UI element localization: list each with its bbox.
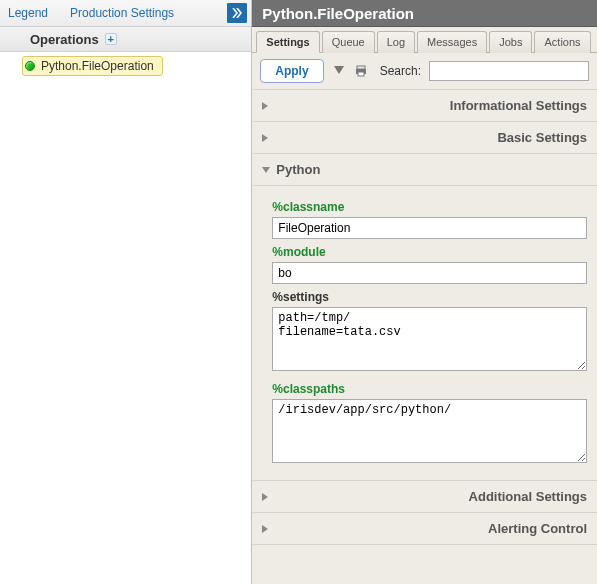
- status-dot-icon: [25, 61, 35, 71]
- page-title: Python.FileOperation: [252, 0, 597, 27]
- tab-queue[interactable]: Queue: [322, 31, 375, 53]
- left-toolbar: Legend Production Settings: [0, 0, 251, 27]
- print-icon[interactable]: [354, 64, 368, 78]
- settings-toolbar: Apply Search:: [252, 53, 597, 90]
- filter-icon[interactable]: [332, 64, 346, 78]
- add-operation-button[interactable]: +: [105, 33, 117, 45]
- chevron-right-icon: [262, 134, 491, 142]
- module-label: %module: [272, 245, 587, 259]
- module-input[interactable]: [272, 262, 587, 284]
- tab-log[interactable]: Log: [377, 31, 415, 53]
- operations-title: Operations: [30, 32, 99, 47]
- section-label: Python: [276, 162, 320, 177]
- chevron-right-icon: [262, 102, 443, 110]
- section-python[interactable]: Python: [252, 154, 597, 186]
- classpaths-textarea[interactable]: [272, 399, 587, 463]
- svg-rect-2: [358, 72, 364, 76]
- settings-sections: Informational Settings Basic Settings Py…: [252, 90, 597, 584]
- section-label: Basic Settings: [497, 130, 587, 145]
- section-label: Informational Settings: [450, 98, 587, 113]
- production-settings-link[interactable]: Production Settings: [70, 6, 174, 20]
- tab-settings[interactable]: Settings: [256, 31, 319, 53]
- legend-link[interactable]: Legend: [8, 6, 48, 20]
- operations-header: Operations +: [0, 27, 251, 52]
- chevron-right-icon: [232, 8, 242, 18]
- tree-item-label: Python.FileOperation: [41, 59, 154, 73]
- operations-tree: Python.FileOperation: [0, 52, 251, 584]
- section-informational[interactable]: Informational Settings: [252, 90, 597, 122]
- section-label: Alerting Control: [488, 521, 587, 536]
- collapse-panel-button[interactable]: [227, 3, 247, 23]
- section-basic[interactable]: Basic Settings: [252, 122, 597, 154]
- tab-jobs[interactable]: Jobs: [489, 31, 532, 53]
- search-input[interactable]: [429, 61, 589, 81]
- chevron-down-icon: [262, 167, 270, 173]
- classname-label: %classname: [272, 200, 587, 214]
- tree-item-python-fileoperation[interactable]: Python.FileOperation: [22, 56, 163, 76]
- svg-rect-0: [357, 66, 365, 69]
- left-panel: Legend Production Settings Operations + …: [0, 0, 252, 584]
- tab-actions[interactable]: Actions: [534, 31, 590, 53]
- section-additional[interactable]: Additional Settings: [252, 481, 597, 513]
- classname-input[interactable]: [272, 217, 587, 239]
- chevron-right-icon: [262, 525, 482, 533]
- apply-button[interactable]: Apply: [260, 59, 323, 83]
- classpaths-label: %classpaths: [272, 382, 587, 396]
- tab-messages[interactable]: Messages: [417, 31, 487, 53]
- section-alerting[interactable]: Alerting Control: [252, 513, 597, 545]
- right-panel: Python.FileOperation Settings Queue Log …: [252, 0, 597, 584]
- tab-bar: Settings Queue Log Messages Jobs Actions: [252, 27, 597, 53]
- chevron-right-icon: [262, 493, 462, 501]
- settings-label: %settings: [272, 290, 587, 304]
- search-label: Search:: [380, 64, 421, 78]
- settings-textarea[interactable]: [272, 307, 587, 371]
- section-python-body: %classname %module %settings %classpaths: [252, 186, 597, 481]
- section-label: Additional Settings: [469, 489, 587, 504]
